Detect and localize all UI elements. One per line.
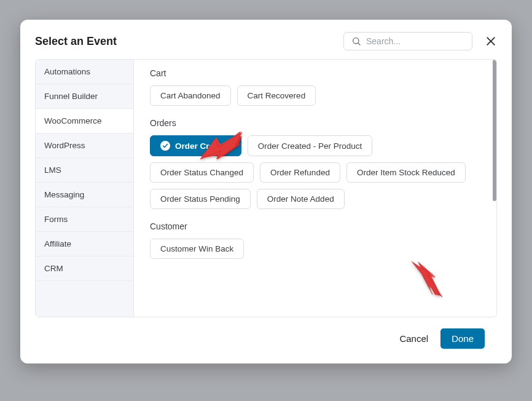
sidebar-item-automations[interactable]: Automations (36, 60, 133, 84)
search-box[interactable] (343, 32, 472, 50)
sidebar: AutomationsFunnel BuilderWooCommerceWord… (36, 60, 134, 317)
section-cart: CartCart AbandonedCart Recovered (150, 68, 480, 106)
event-option-label: Order Status Changed (160, 168, 243, 177)
search-icon (351, 36, 361, 46)
event-option-label: Order Status Pending (160, 194, 240, 204)
event-option-label: Order Created - Per Product (258, 141, 362, 151)
event-selector-modal: Select an Event AutomationsFunnel Builde… (20, 20, 512, 363)
event-option-label: Customer Win Back (160, 244, 233, 253)
sidebar-item-lms[interactable]: LMS (36, 158, 133, 183)
scrollbar[interactable] (493, 60, 496, 201)
pill-row: Order CreatedOrder Created - Per Product… (150, 135, 480, 209)
event-option-order-created-per-product[interactable]: Order Created - Per Product (248, 135, 373, 156)
event-option-label: Order Refunded (270, 168, 330, 177)
event-option-order-status-pending[interactable]: Order Status Pending (150, 189, 251, 209)
sidebar-item-woocommerce[interactable]: WooCommerce (36, 109, 133, 133)
close-icon (485, 35, 497, 47)
event-option-label: Order Created (175, 141, 231, 151)
done-button[interactable]: Done (440, 328, 485, 349)
event-option-label: Cart Recovered (248, 91, 306, 100)
section-customer: CustomerCustomer Win Back (150, 221, 480, 259)
event-option-customer-win-back[interactable]: Customer Win Back (150, 239, 244, 259)
search-input[interactable] (366, 36, 464, 46)
sidebar-item-crm[interactable]: CRM (36, 256, 133, 281)
event-option-label: Order Note Added (267, 194, 334, 204)
modal-footer: Cancel Done (20, 317, 512, 363)
modal-body: AutomationsFunnel BuilderWooCommerceWord… (35, 59, 497, 317)
event-option-order-created[interactable]: Order Created (150, 135, 241, 156)
sidebar-item-forms[interactable]: Forms (36, 207, 133, 232)
event-option-order-item-stock-reduced[interactable]: Order Item Stock Reduced (346, 162, 466, 183)
section-orders: OrdersOrder CreatedOrder Created - Per P… (150, 118, 480, 209)
section-title: Orders (150, 118, 480, 128)
event-option-label: Cart Abandoned (160, 91, 221, 100)
event-option-order-note-added[interactable]: Order Note Added (257, 189, 345, 209)
close-button[interactable] (485, 35, 497, 47)
svg-line-1 (358, 43, 360, 45)
section-title: Customer (150, 221, 480, 231)
event-option-label: Order Item Stock Reduced (357, 168, 455, 177)
pill-row: Customer Win Back (150, 239, 480, 259)
sidebar-item-messaging[interactable]: Messaging (36, 183, 133, 207)
sidebar-item-funnel-builder[interactable]: Funnel Builder (36, 84, 133, 109)
event-option-order-refunded[interactable]: Order Refunded (260, 162, 340, 183)
cancel-button[interactable]: Cancel (399, 333, 428, 344)
header-right (343, 32, 497, 50)
sidebar-item-wordpress[interactable]: WordPress (36, 133, 133, 158)
event-option-cart-recovered[interactable]: Cart Recovered (237, 85, 316, 106)
section-title: Cart (150, 68, 480, 78)
content-area[interactable]: CartCart AbandonedCart RecoveredOrdersOr… (134, 60, 496, 317)
event-option-order-status-changed[interactable]: Order Status Changed (150, 162, 254, 183)
sidebar-item-affiliate[interactable]: Affiliate (36, 232, 133, 256)
pill-row: Cart AbandonedCart Recovered (150, 85, 480, 106)
modal-header: Select an Event (20, 20, 512, 59)
modal-title: Select an Event (35, 35, 117, 48)
event-option-cart-abandoned[interactable]: Cart Abandoned (150, 85, 231, 106)
check-icon (160, 141, 170, 151)
